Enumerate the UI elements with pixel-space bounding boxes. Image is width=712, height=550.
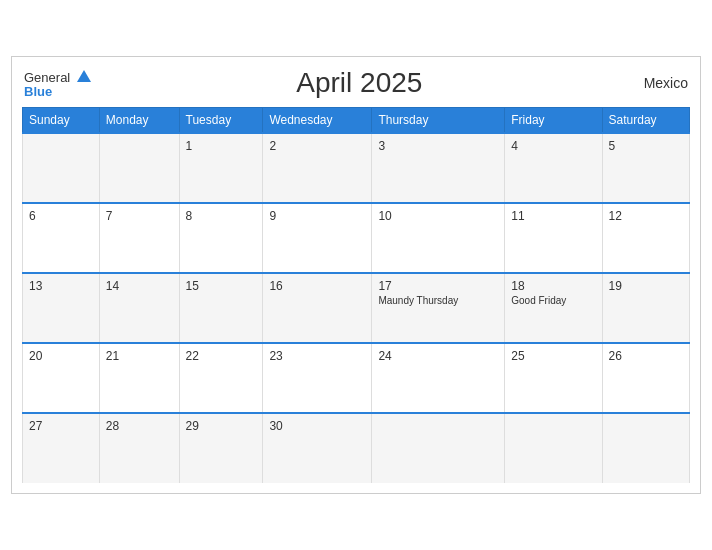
calendar-day-cell	[99, 133, 179, 203]
calendar-day-cell: 28	[99, 413, 179, 483]
day-number: 27	[29, 419, 93, 433]
day-number: 13	[29, 279, 93, 293]
calendar-day-cell: 16	[263, 273, 372, 343]
calendar-day-cell: 13	[23, 273, 100, 343]
calendar-week-row: 1314151617Maundy Thursday18Good Friday19	[23, 273, 690, 343]
calendar-day-cell: 10	[372, 203, 505, 273]
logo-blue: Blue	[24, 85, 91, 98]
day-number: 8	[186, 209, 257, 223]
calendar-country: Mexico	[628, 75, 688, 91]
calendar-day-cell: 24	[372, 343, 505, 413]
calendar-day-cell: 11	[505, 203, 602, 273]
day-number: 12	[609, 209, 683, 223]
calendar-day-cell: 25	[505, 343, 602, 413]
calendar-thead: SundayMondayTuesdayWednesdayThursdayFrid…	[23, 108, 690, 134]
weekday-header-friday: Friday	[505, 108, 602, 134]
holiday-name: Maundy Thursday	[378, 295, 498, 306]
calendar-week-row: 20212223242526	[23, 343, 690, 413]
calendar-day-cell: 30	[263, 413, 372, 483]
logo-triangle-icon	[77, 70, 91, 82]
calendar-week-row: 6789101112	[23, 203, 690, 273]
calendar-day-cell: 8	[179, 203, 263, 273]
day-number: 5	[609, 139, 683, 153]
logo-text: General	[24, 69, 91, 85]
day-number: 11	[511, 209, 595, 223]
holiday-name: Good Friday	[511, 295, 595, 306]
calendar-day-cell	[602, 413, 689, 483]
weekday-header-saturday: Saturday	[602, 108, 689, 134]
day-number: 4	[511, 139, 595, 153]
calendar-day-cell: 21	[99, 343, 179, 413]
calendar-header: General Blue April 2025 Mexico	[22, 67, 690, 99]
logo-general: General	[24, 70, 70, 85]
calendar-week-row: 12345	[23, 133, 690, 203]
calendar-day-cell: 22	[179, 343, 263, 413]
day-number: 6	[29, 209, 93, 223]
calendar-day-cell: 5	[602, 133, 689, 203]
calendar-day-cell: 20	[23, 343, 100, 413]
day-number: 19	[609, 279, 683, 293]
weekday-header-monday: Monday	[99, 108, 179, 134]
day-number: 14	[106, 279, 173, 293]
day-number: 15	[186, 279, 257, 293]
day-number: 18	[511, 279, 595, 293]
calendar-container: General Blue April 2025 Mexico SundayMon…	[11, 56, 701, 494]
day-number: 22	[186, 349, 257, 363]
calendar-day-cell: 17Maundy Thursday	[372, 273, 505, 343]
weekday-header-row: SundayMondayTuesdayWednesdayThursdayFrid…	[23, 108, 690, 134]
calendar-day-cell: 15	[179, 273, 263, 343]
calendar-day-cell: 18Good Friday	[505, 273, 602, 343]
day-number: 20	[29, 349, 93, 363]
day-number: 26	[609, 349, 683, 363]
calendar-day-cell: 27	[23, 413, 100, 483]
calendar-day-cell: 29	[179, 413, 263, 483]
day-number: 17	[378, 279, 498, 293]
day-number: 2	[269, 139, 365, 153]
day-number: 28	[106, 419, 173, 433]
calendar-table: SundayMondayTuesdayWednesdayThursdayFrid…	[22, 107, 690, 483]
weekday-header-sunday: Sunday	[23, 108, 100, 134]
calendar-day-cell	[23, 133, 100, 203]
calendar-day-cell: 19	[602, 273, 689, 343]
logo: General Blue	[24, 69, 91, 98]
weekday-header-thursday: Thursday	[372, 108, 505, 134]
calendar-title: April 2025	[91, 67, 628, 99]
day-number: 29	[186, 419, 257, 433]
calendar-day-cell: 14	[99, 273, 179, 343]
day-number: 21	[106, 349, 173, 363]
calendar-day-cell: 6	[23, 203, 100, 273]
calendar-day-cell: 3	[372, 133, 505, 203]
calendar-day-cell: 9	[263, 203, 372, 273]
day-number: 30	[269, 419, 365, 433]
day-number: 16	[269, 279, 365, 293]
calendar-day-cell: 2	[263, 133, 372, 203]
day-number: 24	[378, 349, 498, 363]
weekday-header-tuesday: Tuesday	[179, 108, 263, 134]
day-number: 7	[106, 209, 173, 223]
calendar-day-cell: 1	[179, 133, 263, 203]
day-number: 9	[269, 209, 365, 223]
calendar-day-cell: 12	[602, 203, 689, 273]
calendar-day-cell: 7	[99, 203, 179, 273]
calendar-day-cell: 4	[505, 133, 602, 203]
calendar-week-row: 27282930	[23, 413, 690, 483]
day-number: 1	[186, 139, 257, 153]
calendar-day-cell: 26	[602, 343, 689, 413]
calendar-day-cell	[505, 413, 602, 483]
calendar-day-cell: 23	[263, 343, 372, 413]
day-number: 25	[511, 349, 595, 363]
day-number: 23	[269, 349, 365, 363]
day-number: 10	[378, 209, 498, 223]
weekday-header-wednesday: Wednesday	[263, 108, 372, 134]
calendar-day-cell	[372, 413, 505, 483]
day-number: 3	[378, 139, 498, 153]
calendar-tbody: 1234567891011121314151617Maundy Thursday…	[23, 133, 690, 483]
